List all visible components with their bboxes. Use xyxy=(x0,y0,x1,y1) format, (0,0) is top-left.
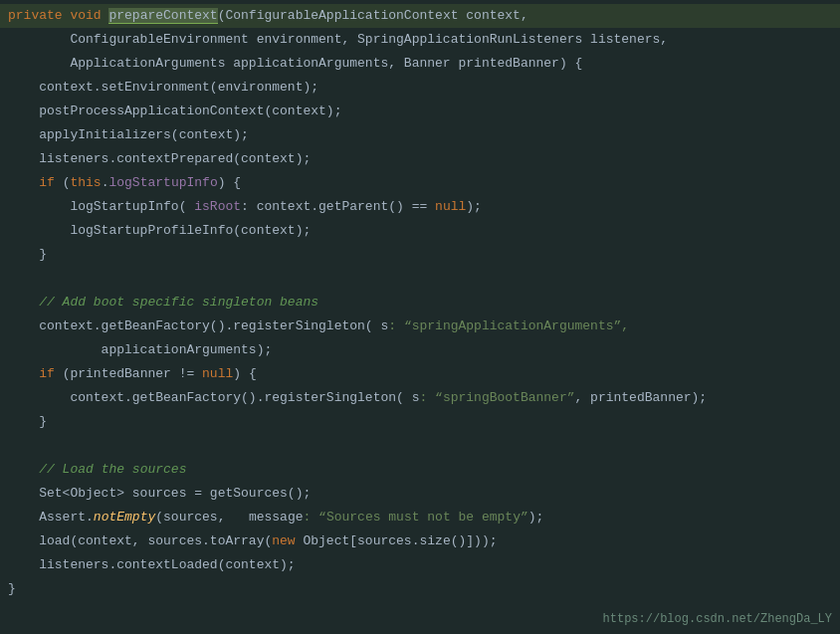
code-token: listeners.contextLoaded(context); xyxy=(8,557,296,572)
line-content: applicationArguments); xyxy=(8,338,272,362)
code-token: s xyxy=(373,318,389,333)
code-token: : “springApplicationArguments”, xyxy=(388,318,629,333)
code-editor: private void prepareContext(Configurable… xyxy=(0,0,840,634)
line-content: listeners.contextLoaded(context); xyxy=(8,553,296,577)
code-line: listeners.contextLoaded(context); xyxy=(0,553,840,577)
line-content: postProcessApplicationContext(context); xyxy=(8,100,341,123)
code-token: prepareContext xyxy=(108,8,217,24)
code-line: } xyxy=(0,243,840,267)
code-token: Assert. xyxy=(8,510,94,525)
code-token: context.getBeanFactory().registerSinglet… xyxy=(8,390,404,405)
code-token: } xyxy=(8,247,47,262)
line-content: // Load the sources xyxy=(8,458,186,482)
code-line: logStartupInfo( isRoot: context.getParen… xyxy=(0,195,840,219)
code-token: listeners.contextPrepared(context); xyxy=(8,151,311,166)
code-token xyxy=(8,462,39,477)
code-token: ); xyxy=(528,510,544,525)
code-token: load(context, sources.toArray( xyxy=(8,533,272,548)
code-line xyxy=(0,267,840,291)
watermark: https://blog.csdn.net/ZhengDa_LY xyxy=(603,612,832,626)
code-token: null xyxy=(202,366,233,381)
code-token: applyInitializers(context); xyxy=(8,127,249,142)
code-line: logStartupProfileInfo(context); xyxy=(0,219,840,243)
code-token: : context.getParent() == xyxy=(241,199,435,214)
line-content: listeners.contextPrepared(context); xyxy=(8,147,311,171)
code-token: postProcessApplicationContext(context); xyxy=(8,104,341,118)
code-content: private void prepareContext(Configurable… xyxy=(0,4,840,601)
code-token: // Add boot specific singleton beans xyxy=(39,295,318,310)
code-token: logStartupInfo xyxy=(108,175,217,190)
code-token xyxy=(8,366,39,381)
code-line: // Load the sources xyxy=(0,458,840,482)
line-content: Assert.notEmpty(sources, message: “Sourc… xyxy=(8,506,543,529)
code-line: listeners.contextPrepared(context); xyxy=(0,147,840,171)
code-token: ApplicationArguments applicationArgument… xyxy=(8,56,582,71)
code-token: isRoot xyxy=(186,199,241,214)
code-token: // Load the sources xyxy=(39,462,186,477)
code-line: context.setEnvironment(environment); xyxy=(0,76,840,100)
code-token: ( xyxy=(55,175,71,190)
code-token xyxy=(8,295,39,310)
line-content: ConfigurableEnvironment environment, Spr… xyxy=(8,28,668,52)
line-content: context.getBeanFactory().registerSinglet… xyxy=(8,315,629,338)
line-content: context.setEnvironment(environment); xyxy=(8,76,318,100)
code-token: } xyxy=(8,414,47,429)
code-token: , printedBanner); xyxy=(575,390,708,405)
code-token: applicationArguments); xyxy=(8,342,272,357)
code-token: logStartupInfo( xyxy=(8,199,186,214)
line-content: } xyxy=(8,410,47,434)
line-content: logStartupProfileInfo(context); xyxy=(8,219,311,243)
code-line: ConfigurableEnvironment environment, Spr… xyxy=(0,28,840,52)
code-token: ); xyxy=(466,199,482,214)
code-line: } xyxy=(0,577,840,601)
line-content: if (this.logStartupInfo) { xyxy=(8,171,241,195)
line-content: } xyxy=(8,243,47,267)
code-token: ) { xyxy=(218,175,241,190)
code-line: } xyxy=(0,410,840,434)
code-token xyxy=(8,175,39,190)
code-line: load(context, sources.toArray(new Object… xyxy=(0,529,840,553)
code-line: postProcessApplicationContext(context); xyxy=(0,100,840,123)
line-content: ApplicationArguments applicationArgument… xyxy=(8,52,582,76)
code-token: (printedBanner != xyxy=(55,366,202,381)
line-content: Set<Object> sources = getSources(); xyxy=(8,482,311,506)
line-content: // Add boot specific singleton beans xyxy=(8,291,318,315)
line-content: load(context, sources.toArray(new Object… xyxy=(8,529,498,553)
code-token: null xyxy=(435,199,466,214)
code-token: } xyxy=(8,581,16,596)
code-token: (ConfigurableApplicationContext context, xyxy=(218,8,528,23)
line-content: context.getBeanFactory().registerSinglet… xyxy=(8,386,707,410)
code-line: if (this.logStartupInfo) { xyxy=(0,171,840,195)
code-token: : “Sources must not be empty” xyxy=(304,510,528,525)
line-content: if (printedBanner != null) { xyxy=(8,362,257,386)
code-line: Set<Object> sources = getSources(); xyxy=(0,482,840,506)
code-token: this xyxy=(70,175,101,190)
code-line: ApplicationArguments applicationArgument… xyxy=(0,52,840,76)
code-line: if (printedBanner != null) { xyxy=(0,362,840,386)
code-token: ConfigurableEnvironment environment, Spr… xyxy=(8,32,668,47)
code-token: Set<Object> sources = getSources(); xyxy=(8,486,311,501)
code-token: s xyxy=(404,390,420,405)
code-token: : “springBootBanner” xyxy=(419,390,574,405)
code-line: context.getBeanFactory().registerSinglet… xyxy=(0,315,840,338)
line-content: private void prepareContext(Configurable… xyxy=(8,4,528,28)
code-token: (sources, xyxy=(155,510,241,525)
code-line: Assert.notEmpty(sources, message: “Sourc… xyxy=(0,506,840,529)
code-line: // Add boot specific singleton beans xyxy=(0,291,840,315)
line-content: logStartupInfo( isRoot: context.getParen… xyxy=(8,195,482,219)
code-token: logStartupProfileInfo(context); xyxy=(8,223,311,238)
line-content: applyInitializers(context); xyxy=(8,123,249,147)
code-line: private void prepareContext(Configurable… xyxy=(0,4,840,28)
code-line: context.getBeanFactory().registerSinglet… xyxy=(0,386,840,410)
code-line: applyInitializers(context); xyxy=(0,123,840,147)
code-line xyxy=(0,434,840,458)
code-token: if xyxy=(39,366,55,381)
line-content: } xyxy=(8,577,16,601)
code-token: context.getBeanFactory().registerSinglet… xyxy=(8,318,373,333)
code-token: notEmpty xyxy=(94,510,155,525)
code-token: if xyxy=(39,175,55,190)
code-token: context.setEnvironment(environment); xyxy=(8,80,318,95)
code-token: message xyxy=(241,510,303,525)
code-token: Object[sources.size()])); xyxy=(296,533,498,548)
code-line: applicationArguments); xyxy=(0,338,840,362)
